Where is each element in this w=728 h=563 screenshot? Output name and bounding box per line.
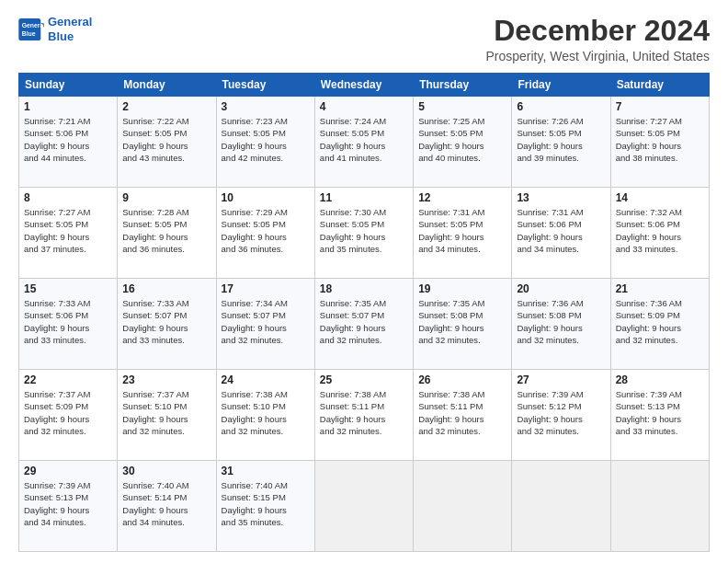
table-row: 6Sunrise: 7:26 AM Sunset: 5:05 PM Daylig… [512, 97, 610, 188]
logo-icon: General Blue [18, 18, 44, 40]
day-detail: Sunrise: 7:27 AM Sunset: 5:05 PM Dayligh… [616, 115, 704, 164]
day-number: 10 [222, 191, 310, 204]
day-number: 18 [320, 282, 408, 295]
day-detail: Sunrise: 7:31 AM Sunset: 5:06 PM Dayligh… [517, 206, 605, 255]
calendar-table: SundayMondayTuesdayWednesdayThursdayFrid… [18, 73, 710, 552]
day-number: 9 [122, 191, 210, 204]
day-number: 30 [122, 465, 210, 477]
day-number: 13 [517, 191, 605, 204]
day-detail: Sunrise: 7:39 AM Sunset: 5:12 PM Dayligh… [517, 388, 605, 437]
day-detail: Sunrise: 7:22 AM Sunset: 5:05 PM Dayligh… [122, 115, 210, 164]
day-number: 25 [320, 373, 408, 386]
day-number: 3 [222, 100, 310, 113]
day-detail: Sunrise: 7:38 AM Sunset: 5:11 PM Dayligh… [418, 388, 506, 437]
day-number: 26 [418, 373, 506, 386]
table-row: 15Sunrise: 7:33 AM Sunset: 5:06 PM Dayli… [19, 279, 118, 370]
day-number: 29 [24, 465, 112, 477]
table-row: 22Sunrise: 7:37 AM Sunset: 5:09 PM Dayli… [19, 370, 118, 461]
table-row: 9Sunrise: 7:28 AM Sunset: 5:05 PM Daylig… [118, 188, 216, 279]
day-number: 5 [418, 100, 506, 113]
day-number: 1 [24, 100, 112, 113]
table-row [414, 461, 512, 552]
table-row: 25Sunrise: 7:38 AM Sunset: 5:11 PM Dayli… [314, 370, 413, 461]
table-row: 13Sunrise: 7:31 AM Sunset: 5:06 PM Dayli… [512, 188, 610, 279]
table-row [314, 461, 413, 552]
day-detail: Sunrise: 7:26 AM Sunset: 5:05 PM Dayligh… [517, 115, 605, 164]
table-row: 29Sunrise: 7:39 AM Sunset: 5:13 PM Dayli… [19, 461, 118, 552]
day-detail: Sunrise: 7:32 AM Sunset: 5:06 PM Dayligh… [616, 206, 704, 255]
table-row: 8Sunrise: 7:27 AM Sunset: 5:05 PM Daylig… [19, 188, 118, 279]
col-header-thursday: Thursday [414, 74, 512, 97]
day-detail: Sunrise: 7:39 AM Sunset: 5:13 PM Dayligh… [616, 388, 704, 437]
day-number: 20 [517, 282, 605, 295]
day-number: 2 [122, 100, 210, 113]
day-number: 31 [222, 465, 310, 477]
table-row: 1Sunrise: 7:21 AM Sunset: 5:06 PM Daylig… [19, 97, 118, 188]
day-number: 14 [616, 191, 704, 204]
table-row [512, 461, 610, 552]
day-number: 28 [616, 373, 704, 386]
table-row: 12Sunrise: 7:31 AM Sunset: 5:05 PM Dayli… [414, 188, 512, 279]
day-detail: Sunrise: 7:25 AM Sunset: 5:05 PM Dayligh… [418, 115, 506, 164]
main-title: December 2024 [485, 15, 710, 47]
table-row: 2Sunrise: 7:22 AM Sunset: 5:05 PM Daylig… [118, 97, 216, 188]
day-number: 23 [122, 373, 210, 386]
day-detail: Sunrise: 7:35 AM Sunset: 5:07 PM Dayligh… [320, 297, 408, 346]
table-row: 3Sunrise: 7:23 AM Sunset: 5:05 PM Daylig… [216, 97, 314, 188]
logo-text-blue: Blue [48, 29, 92, 44]
table-row: 23Sunrise: 7:37 AM Sunset: 5:10 PM Dayli… [118, 370, 216, 461]
day-detail: Sunrise: 7:40 AM Sunset: 5:15 PM Dayligh… [222, 479, 310, 528]
day-detail: Sunrise: 7:36 AM Sunset: 5:09 PM Dayligh… [616, 297, 704, 346]
table-row: 17Sunrise: 7:34 AM Sunset: 5:07 PM Dayli… [216, 279, 314, 370]
table-row: 16Sunrise: 7:33 AM Sunset: 5:07 PM Dayli… [118, 279, 216, 370]
col-header-monday: Monday [118, 74, 216, 97]
day-number: 16 [122, 282, 210, 295]
logo-text-general: General [48, 15, 92, 29]
table-row: 30Sunrise: 7:40 AM Sunset: 5:14 PM Dayli… [118, 461, 216, 552]
svg-text:General: General [22, 22, 44, 29]
table-row: 28Sunrise: 7:39 AM Sunset: 5:13 PM Dayli… [610, 370, 709, 461]
day-detail: Sunrise: 7:38 AM Sunset: 5:11 PM Dayligh… [320, 388, 408, 437]
day-detail: Sunrise: 7:24 AM Sunset: 5:05 PM Dayligh… [320, 115, 408, 164]
day-number: 11 [320, 191, 408, 204]
table-row: 10Sunrise: 7:29 AM Sunset: 5:05 PM Dayli… [216, 188, 314, 279]
table-row: 27Sunrise: 7:39 AM Sunset: 5:12 PM Dayli… [512, 370, 610, 461]
day-number: 6 [517, 100, 605, 113]
day-detail: Sunrise: 7:30 AM Sunset: 5:05 PM Dayligh… [320, 206, 408, 255]
day-number: 24 [222, 373, 310, 386]
table-row: 14Sunrise: 7:32 AM Sunset: 5:06 PM Dayli… [610, 188, 709, 279]
day-number: 21 [616, 282, 704, 295]
day-number: 12 [418, 191, 506, 204]
table-row: 21Sunrise: 7:36 AM Sunset: 5:09 PM Dayli… [610, 279, 709, 370]
day-detail: Sunrise: 7:21 AM Sunset: 5:06 PM Dayligh… [24, 115, 112, 164]
day-detail: Sunrise: 7:33 AM Sunset: 5:06 PM Dayligh… [24, 297, 112, 346]
day-detail: Sunrise: 7:37 AM Sunset: 5:09 PM Dayligh… [24, 388, 112, 437]
day-detail: Sunrise: 7:38 AM Sunset: 5:10 PM Dayligh… [222, 388, 310, 437]
col-header-sunday: Sunday [19, 74, 118, 97]
day-detail: Sunrise: 7:35 AM Sunset: 5:08 PM Dayligh… [418, 297, 506, 346]
table-row: 4Sunrise: 7:24 AM Sunset: 5:05 PM Daylig… [314, 97, 413, 188]
col-header-saturday: Saturday [610, 74, 709, 97]
table-row: 19Sunrise: 7:35 AM Sunset: 5:08 PM Dayli… [414, 279, 512, 370]
day-number: 22 [24, 373, 112, 386]
day-detail: Sunrise: 7:31 AM Sunset: 5:05 PM Dayligh… [418, 206, 506, 255]
subtitle: Prosperity, West Virginia, United States [485, 49, 710, 63]
table-row [610, 461, 709, 552]
day-detail: Sunrise: 7:36 AM Sunset: 5:08 PM Dayligh… [517, 297, 605, 346]
col-header-wednesday: Wednesday [314, 74, 413, 97]
table-row: 5Sunrise: 7:25 AM Sunset: 5:05 PM Daylig… [414, 97, 512, 188]
day-detail: Sunrise: 7:23 AM Sunset: 5:05 PM Dayligh… [222, 115, 310, 164]
col-header-tuesday: Tuesday [216, 74, 314, 97]
table-row: 11Sunrise: 7:30 AM Sunset: 5:05 PM Dayli… [314, 188, 413, 279]
day-number: 7 [616, 100, 704, 113]
day-detail: Sunrise: 7:27 AM Sunset: 5:05 PM Dayligh… [24, 206, 112, 255]
table-row: 7Sunrise: 7:27 AM Sunset: 5:05 PM Daylig… [610, 97, 709, 188]
day-number: 8 [24, 191, 112, 204]
table-row: 20Sunrise: 7:36 AM Sunset: 5:08 PM Dayli… [512, 279, 610, 370]
day-number: 17 [222, 282, 310, 295]
day-detail: Sunrise: 7:40 AM Sunset: 5:14 PM Dayligh… [122, 479, 210, 528]
svg-text:Blue: Blue [22, 29, 36, 36]
col-header-friday: Friday [512, 74, 610, 97]
day-detail: Sunrise: 7:39 AM Sunset: 5:13 PM Dayligh… [24, 479, 112, 528]
table-row: 18Sunrise: 7:35 AM Sunset: 5:07 PM Dayli… [314, 279, 413, 370]
